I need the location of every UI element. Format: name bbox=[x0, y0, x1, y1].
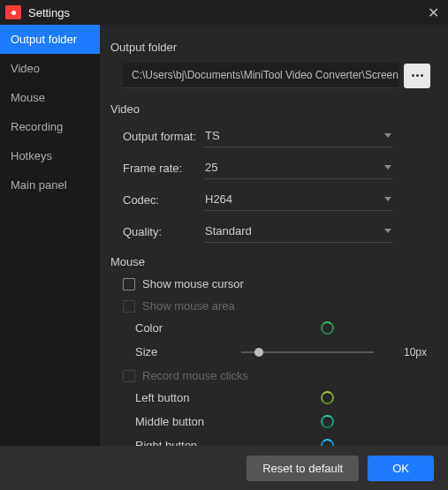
slider-thumb[interactable] bbox=[254, 348, 263, 357]
mouse-size-label: Size bbox=[135, 345, 215, 358]
sidebar-item-video[interactable]: Video bbox=[0, 54, 100, 83]
sidebar: Output folder Video Mouse Recording Hotk… bbox=[0, 25, 100, 446]
section-video-title: Video bbox=[110, 102, 430, 116]
mouse-color-label: Color bbox=[135, 321, 215, 335]
middle-button-label: Middle button bbox=[135, 415, 215, 428]
output-path-input[interactable]: C:\Users\bj\Documents\MiniTool Video Con… bbox=[123, 63, 399, 88]
show-area-label: Show mouse area bbox=[142, 299, 235, 313]
show-area-checkbox[interactable]: Show mouse area bbox=[110, 299, 430, 313]
mouse-size-value: 10px bbox=[404, 346, 427, 358]
sidebar-item-output-folder[interactable]: Output folder bbox=[0, 25, 100, 54]
codec-label: Codec: bbox=[110, 193, 203, 207]
output-format-label: Output format: bbox=[110, 130, 203, 143]
body: Output folder Video Mouse Recording Hotk… bbox=[0, 25, 448, 446]
left-button-color[interactable] bbox=[321, 391, 334, 404]
record-clicks-checkbox[interactable]: Record mouse clicks bbox=[110, 369, 430, 382]
settings-window: Settings ✕ Output folder Video Mouse Rec… bbox=[0, 0, 448, 490]
codec-select[interactable]: H264 bbox=[203, 188, 393, 211]
quality-select[interactable]: Standard bbox=[203, 220, 393, 243]
middle-button-color[interactable] bbox=[321, 415, 334, 428]
browse-button[interactable] bbox=[404, 64, 430, 88]
footer: Reset to default OK bbox=[0, 446, 448, 490]
ellipsis-icon bbox=[412, 74, 414, 77]
titlebar: Settings ✕ bbox=[0, 0, 448, 25]
chevron-down-icon bbox=[384, 229, 391, 233]
sidebar-item-recording[interactable]: Recording bbox=[0, 112, 100, 141]
frame-rate-value: 25 bbox=[205, 161, 217, 174]
sidebar-item-mouse[interactable]: Mouse bbox=[0, 83, 100, 112]
section-output-folder-title: Output folder bbox=[110, 41, 430, 54]
checkbox-icon bbox=[123, 278, 135, 290]
mouse-size-slider[interactable] bbox=[241, 351, 374, 353]
section-mouse-title: Mouse bbox=[110, 255, 430, 268]
quality-label: Quality: bbox=[110, 225, 203, 238]
output-format-select[interactable]: TS bbox=[203, 124, 393, 147]
content: Output folder C:\Users\bj\Documents\Mini… bbox=[100, 25, 448, 446]
checkbox-icon bbox=[123, 300, 135, 313]
close-icon[interactable]: ✕ bbox=[423, 4, 443, 21]
show-cursor-label: Show mouse cursor bbox=[142, 277, 244, 290]
right-button-label: Right button bbox=[135, 439, 215, 446]
left-button-label: Left button bbox=[135, 391, 215, 404]
sidebar-item-hotkeys[interactable]: Hotkeys bbox=[0, 141, 100, 170]
chevron-down-icon bbox=[384, 197, 391, 201]
right-button-color[interactable] bbox=[321, 439, 334, 446]
mouse-color-swatch[interactable] bbox=[321, 321, 334, 335]
show-cursor-checkbox[interactable]: Show mouse cursor bbox=[110, 277, 430, 290]
record-clicks-label: Record mouse clicks bbox=[142, 369, 248, 382]
ok-button[interactable]: OK bbox=[368, 456, 434, 481]
window-title: Settings bbox=[28, 6, 423, 19]
reset-button[interactable]: Reset to default bbox=[247, 456, 359, 481]
checkbox-icon bbox=[123, 370, 135, 382]
frame-rate-select[interactable]: 25 bbox=[203, 156, 393, 179]
frame-rate-label: Frame rate: bbox=[110, 162, 203, 175]
codec-value: H264 bbox=[205, 192, 232, 206]
chevron-down-icon bbox=[384, 165, 391, 170]
sidebar-item-main-panel[interactable]: Main panel bbox=[0, 170, 100, 200]
output-format-value: TS bbox=[205, 129, 220, 142]
quality-value: Standard bbox=[205, 224, 252, 237]
chevron-down-icon bbox=[384, 133, 391, 138]
app-icon bbox=[5, 5, 21, 19]
